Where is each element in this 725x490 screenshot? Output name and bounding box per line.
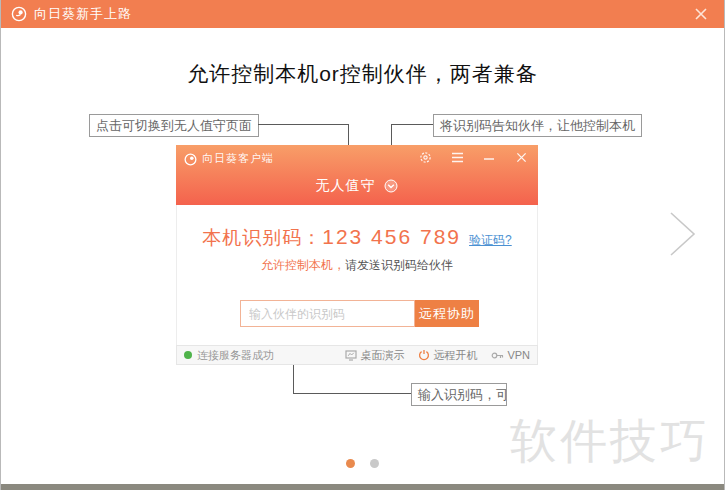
- callout-line: [391, 124, 433, 125]
- power-icon: [418, 349, 430, 361]
- close-icon[interactable]: [514, 150, 528, 164]
- sunflower-client-window: 向日葵客户端: [176, 145, 538, 365]
- window-bottom-edge: [1, 484, 724, 490]
- sunflower-logo-icon: [184, 152, 197, 165]
- monitor-icon: [345, 350, 357, 361]
- partner-code-input[interactable]: [240, 300, 415, 327]
- close-icon[interactable]: [692, 5, 710, 23]
- gear-icon[interactable]: [418, 150, 432, 164]
- hint-allow-control: 允许控制本机，: [261, 258, 345, 272]
- chevron-down-circle-icon: [384, 179, 398, 193]
- vpn-button[interactable]: VPN: [491, 349, 530, 361]
- device-code-value: 123 456 789: [322, 225, 461, 248]
- chevron-right-icon[interactable]: [668, 210, 698, 262]
- menu-icon[interactable]: [450, 150, 464, 164]
- tab-unattended-label: 无人值守: [316, 177, 376, 193]
- tutorial-window: 向日葵新手上路 允许控制本机or控制伙伴，两者兼备 点击可切换到无人值守页面 将…: [0, 0, 725, 490]
- page-title: 允许控制本机or控制伙伴，两者兼备: [1, 60, 724, 88]
- client-header: 向日葵客户端: [176, 145, 538, 205]
- verify-code-link[interactable]: 验证码?: [469, 233, 512, 247]
- hint-send-code: 请发送识别码给伙伴: [345, 258, 453, 272]
- page-dot-1[interactable]: [346, 459, 355, 468]
- key-icon: [491, 350, 504, 361]
- page-dot-2[interactable]: [370, 459, 379, 468]
- hint-line: 允许控制本机，请发送识别码给伙伴: [177, 257, 537, 274]
- client-statusbar: 连接服务器成功 桌面演示 远程开机: [176, 345, 538, 365]
- desktop-demo-button[interactable]: 桌面演示: [345, 348, 404, 363]
- client-titlebar: 向日葵客户端: [176, 145, 538, 171]
- callout-share-code: 将识别码告知伙伴，让他控制本机: [433, 114, 642, 137]
- device-code-line: 本机识别码：123 456 789验证码?: [177, 225, 537, 251]
- remote-assist-button[interactable]: 远程协助: [415, 300, 479, 327]
- device-code-label: 本机识别码：: [202, 227, 322, 248]
- desktop-demo-label: 桌面演示: [360, 348, 404, 363]
- callout-enter-code: 输入识别码，可控: [411, 383, 507, 406]
- connection-status-dot: [184, 351, 192, 359]
- client-title: 向日葵客户端: [202, 151, 274, 166]
- pagination: [1, 459, 724, 468]
- remote-poweron-label: 远程开机: [433, 348, 477, 363]
- titlebar: 向日葵新手上路: [1, 0, 724, 28]
- window-title: 向日葵新手上路: [34, 5, 132, 23]
- callout-line: [293, 393, 411, 394]
- minimize-icon[interactable]: [482, 150, 496, 164]
- vpn-label: VPN: [507, 349, 530, 361]
- callout-unattended: 点击可切换到无人值守页面: [89, 114, 259, 137]
- remote-poweron-button[interactable]: 远程开机: [418, 348, 477, 363]
- connection-status-text: 连接服务器成功: [197, 348, 274, 363]
- sunflower-logo-icon: [11, 6, 27, 22]
- client-content: 本机识别码：123 456 789验证码? 允许控制本机，请发送识别码给伙伴 远…: [176, 205, 538, 345]
- tab-unattended[interactable]: 无人值守: [176, 177, 538, 195]
- callout-line: [258, 124, 349, 125]
